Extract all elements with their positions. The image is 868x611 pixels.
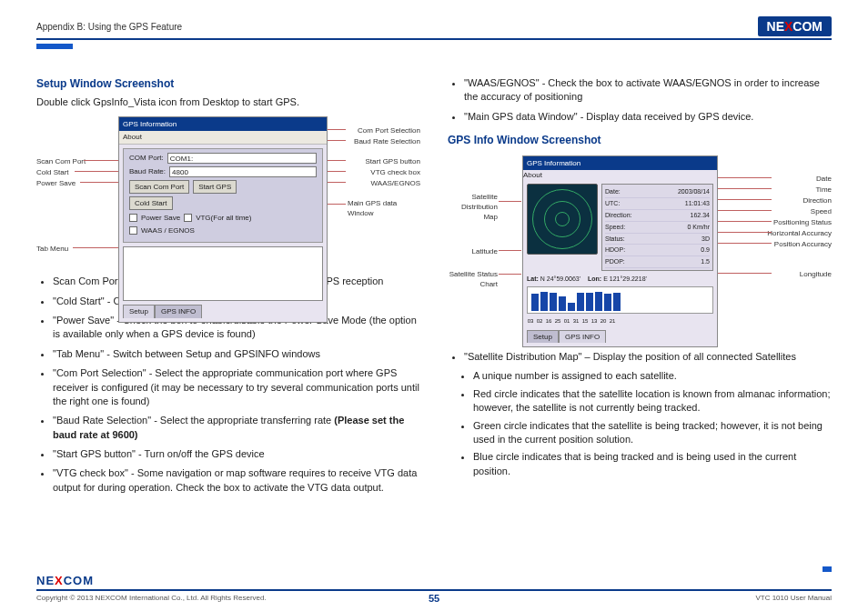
sat-bar (540, 292, 548, 311)
callout-dir: Direction (802, 195, 832, 205)
right-top-bullets: "WAAS/EGNOS" - Check the box to activate… (448, 76, 832, 124)
power-save-label: Power Save (141, 213, 180, 223)
sat-id: 15 (581, 317, 589, 325)
callout-satmap: Satellite Distribution Map (448, 192, 498, 223)
main-gps-data-area (123, 246, 323, 301)
accent-bar (36, 44, 73, 49)
satellite-bars (527, 286, 713, 314)
brand-logo: NEXCOM (758, 16, 832, 36)
sat-id: 20 (600, 317, 607, 325)
gpsinfo-window: GPS Information About Date:2003/08/14 UT… (522, 155, 718, 347)
sat-id: 25 (554, 317, 561, 325)
val-hdop: 0.9 (701, 245, 710, 255)
val-speed: 0 Km/hr (687, 223, 710, 232)
baud-select[interactable]: 4800 (169, 166, 317, 177)
callout-pdop: Position Accuracy (774, 239, 832, 249)
right-column: "WAAS/EGNOS" - Check the box to activate… (448, 76, 832, 500)
callout-startgps: Start GPS button (366, 156, 420, 166)
vtg-checkbox[interactable] (184, 214, 192, 222)
gtab-setup[interactable]: Setup (527, 330, 559, 343)
footer-logo: NEXCOM (36, 574, 832, 587)
sat-id: 21 (609, 317, 616, 325)
callout-hdop: Horizontal Accuracy (767, 228, 832, 238)
sat-id: 16 (545, 317, 552, 325)
sat-bar (559, 296, 566, 311)
sat-id: 13 (590, 317, 598, 325)
satellite-bar-labels: 03021625013115132021 (523, 317, 717, 328)
list-item: "Tab Menu" - Switch between Setup and GP… (53, 347, 420, 361)
setup-figure: Scan Com Port Cold Start Power Save Tab … (36, 116, 420, 262)
sat-bar (550, 293, 557, 311)
sat-bar (531, 294, 539, 311)
gwin-titlebar: GPS Information (523, 156, 717, 170)
callout-waas: WAAS/EGNOS (371, 178, 420, 188)
section-title: Appendix B: Using the GPS Feature (36, 22, 182, 32)
scan-button[interactable]: Scan Com Port (129, 180, 189, 194)
tab-setup[interactable]: Setup (123, 305, 155, 317)
latlon-row: Lat: N 24°59.0063' Lon: E 121°29.2218' (523, 275, 717, 286)
sat-bar (577, 293, 584, 311)
vtg-label: VTG(For all time) (196, 213, 251, 223)
callout-vtg: VTG check box (370, 167, 420, 177)
list-item: A unique number is assigned to each sate… (473, 369, 832, 383)
waas-label: WAAS / EGNOS (141, 225, 195, 235)
val-lon: E 121°29.2218' (603, 275, 647, 282)
val-date: 2003/08/14 (678, 187, 710, 196)
list-item: "WAAS/EGNOS" - Check the box to activate… (464, 76, 832, 105)
callout-speed: Speed (811, 206, 832, 216)
gwin-menubar[interactable]: About (523, 170, 717, 180)
tab-gpsinfo[interactable]: GPS INFO (155, 305, 202, 317)
copyright: Copyright © 2013 NEXCOM International Co… (36, 594, 267, 602)
setup-intro: Double click GpsInfo_Vista icon from Des… (36, 95, 420, 109)
callout-baud: Baud Rate Selection (354, 136, 420, 146)
sat-bar (604, 294, 611, 311)
val-pdop: 1.5 (701, 257, 710, 266)
list-item: Blue circle indicates that is being trac… (473, 450, 832, 478)
baud-label: Baud Rate: (129, 166, 166, 176)
gps-info-panel: Date:2003/08/14 UTC:11:01:43 Direction:1… (601, 184, 713, 271)
cold-start-button[interactable]: Cold Start (129, 196, 173, 210)
window-titlebar: GPS Information (119, 117, 327, 131)
gtab-gpsinfo[interactable]: GPS INFO (559, 330, 606, 343)
list-item: "Satellite Distribution Map" – Display t… (464, 350, 832, 364)
right-bullets: "Satellite Distribution Map" – Display t… (448, 350, 832, 364)
gpsinfo-heading: GPS Info Window Screenshot (448, 133, 832, 148)
sat-id: 02 (536, 317, 543, 325)
sat-bar (586, 293, 593, 311)
callout-satchart: Satellite Status Chart (448, 269, 498, 289)
gpsinfo-figure: Satellite Distribution Map Latitude Sate… (448, 155, 832, 337)
list-item: Red circle indicates that the satellite … (473, 387, 832, 416)
doc-name: VTC 1010 User Manual (755, 594, 832, 602)
satellite-map (527, 184, 598, 255)
callout-cold: Cold Start (36, 167, 69, 177)
list-item: "Start GPS button" - Turn on/off the GPS… (53, 447, 420, 461)
waas-checkbox[interactable] (129, 226, 137, 235)
callout-date: Date (816, 174, 832, 184)
val-utc: 11:01:43 (685, 199, 710, 208)
callout-power: Power Save (36, 178, 76, 188)
list-item: "Main GPS data Window" - Display data re… (464, 110, 832, 124)
footer-accent-icon (823, 566, 832, 572)
callout-comport: Com Port Selection (358, 125, 420, 135)
list-item: "Baud Rate Selection" - Select the appro… (53, 414, 420, 442)
page-number: 55 (429, 593, 439, 604)
sat-bar (613, 293, 621, 311)
sat-bar (568, 303, 575, 311)
callout-scan: Scan Com Port (36, 156, 86, 166)
power-save-checkbox[interactable] (129, 214, 137, 222)
list-item: "VTG check box" - Some navigation or map… (53, 466, 420, 495)
setup-window: GPS Information About COM Port: COM1: Ba… (118, 116, 328, 322)
callout-status: Positioning Status (773, 217, 832, 227)
list-item: Green circle indicates that the satellit… (473, 419, 832, 447)
start-gps-button[interactable]: Start GPS (193, 180, 237, 194)
left-column: Setup Window Screenshot Double click Gps… (36, 76, 420, 500)
list-item: "Com Port Selection" - Select the approp… (53, 366, 420, 408)
callout-lat: Latitude (448, 246, 498, 256)
sat-id: 31 (572, 317, 580, 325)
callout-lon: Longitude (800, 269, 832, 279)
callout-time: Time (816, 185, 832, 195)
page-header: Appendix B: Using the GPS Feature NEXCOM (36, 16, 832, 40)
page-footer: NEXCOM Copyright © 2013 NEXCOM Internati… (36, 574, 832, 602)
com-select[interactable]: COM1: (167, 153, 317, 164)
window-menubar[interactable]: About (119, 131, 327, 144)
